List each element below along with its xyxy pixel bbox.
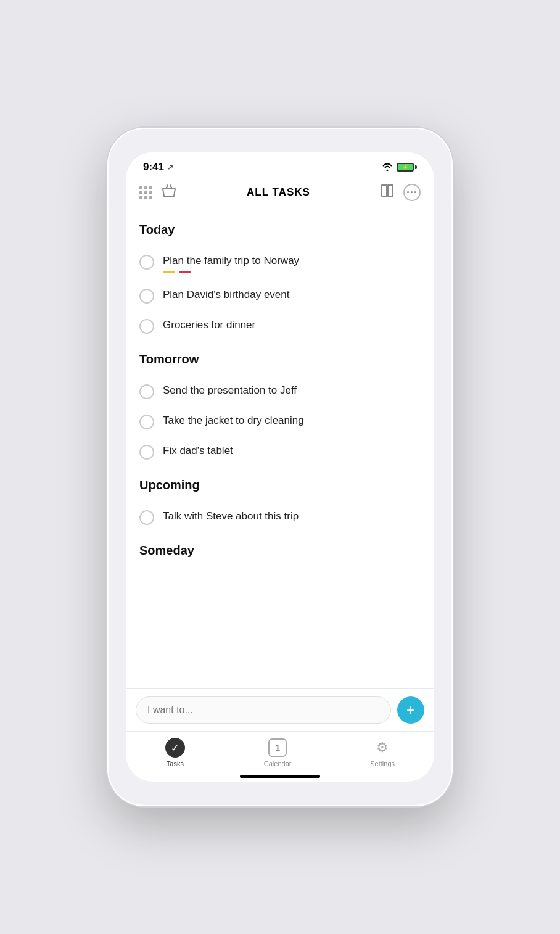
tag-yellow [163,271,175,273]
task-label-2: Plan David's birthday event [163,288,421,302]
task-item: Fix dad's tablet [139,437,421,467]
task-item: Talk with Steve about this trip [139,502,421,532]
task-content-3: Groceries for dinner [163,318,421,332]
section-today: Today Plan the family trip to Norway [139,223,421,341]
task-item: Plan David's birthday event [139,281,421,311]
header-left-icons [139,183,177,202]
time-display: 9:41 [143,161,164,173]
task-label-3: Groceries for dinner [163,318,421,332]
task-item: Take the jacket to dry cleaning [139,407,421,437]
task-item: Plan the family trip to Norway [139,247,421,281]
task-label-7: Talk with Steve about this trip [163,510,421,523]
task-tags-1 [163,271,421,273]
wifi-icon [382,162,393,173]
tag-red [179,271,191,273]
tab-calendar-label: Calendar [264,760,292,767]
task-label-6: Fix dad's tablet [163,444,421,458]
section-tomorrow: Tomorrow Send the presentation to Jeff T… [139,352,421,467]
tab-tasks-label: Tasks [167,760,184,767]
status-bar: 9:41 ↗ ⚡ [126,152,434,178]
task-list: Today Plan the family trip to Norway [126,210,434,688]
task-content-1: Plan the family trip to Norway [163,254,421,273]
settings-icon-wrap: ⚙ [373,738,392,758]
tab-settings-label: Settings [370,760,395,767]
task-content-5: Take the jacket to dry cleaning [163,414,421,428]
status-time: 9:41 ↗ [143,161,173,173]
tab-tasks[interactable]: ✓ Tasks [165,738,185,767]
section-title-today: Today [139,223,421,237]
header-right-icons: ··· [380,184,421,201]
task-item: Groceries for dinner [139,311,421,341]
add-icon: + [406,701,415,719]
home-indicator [240,775,320,778]
phone-screen: 9:41 ↗ ⚡ [126,152,434,782]
add-task-button[interactable]: + [397,696,424,724]
header-title: ALL TASKS [177,186,380,199]
input-bar: + [126,688,434,731]
calendar-badge: 1 [275,743,280,753]
battery-icon: ⚡ [397,163,417,172]
task-label-5: Take the jacket to dry cleaning [163,414,421,428]
grid-icon[interactable] [139,186,152,199]
task-checkbox-4[interactable] [139,384,154,399]
status-icons: ⚡ [382,162,417,173]
battery-bolt: ⚡ [402,164,409,170]
calendar-icon-wrap: 1 [268,738,287,758]
section-title-tomorrow: Tomorrow [139,352,421,366]
task-label-1: Plan the family trip to Norway [163,254,421,268]
tasks-icon: ✓ [165,738,185,758]
calendar-icon: 1 [268,738,287,757]
book-icon[interactable] [380,184,395,201]
task-content-6: Fix dad's tablet [163,444,421,458]
section-upcoming: Upcoming Talk with Steve about this trip [139,478,421,532]
tab-calendar[interactable]: 1 Calendar [264,738,292,767]
task-input[interactable] [136,696,391,724]
basket-icon[interactable] [161,183,177,202]
task-label-4: Send the presentation to Jeff [163,384,421,397]
task-content-7: Talk with Steve about this trip [163,510,421,523]
task-checkbox-6[interactable] [139,445,154,460]
task-item: Send the presentation to Jeff [139,376,421,407]
app-header: ALL TASKS ··· [126,178,434,210]
tasks-icon-wrap: ✓ [165,738,185,758]
task-content-4: Send the presentation to Jeff [163,384,421,397]
phone-frame: 9:41 ↗ ⚡ [107,128,453,806]
task-checkbox-1[interactable] [139,255,154,270]
gear-icon: ⚙ [376,740,389,756]
section-title-upcoming: Upcoming [139,478,421,492]
section-someday: Someday [139,543,421,558]
location-icon: ↗ [167,163,173,172]
section-title-someday: Someday [139,543,421,558]
task-checkbox-7[interactable] [139,510,154,525]
task-checkbox-2[interactable] [139,289,154,304]
task-checkbox-3[interactable] [139,319,154,334]
tab-bar: ✓ Tasks 1 Calendar ⚙ Settings [126,731,434,771]
task-content-2: Plan David's birthday event [163,288,421,302]
task-checkbox-5[interactable] [139,415,154,429]
tab-settings[interactable]: ⚙ Settings [370,738,395,767]
more-icon[interactable]: ··· [403,184,421,201]
